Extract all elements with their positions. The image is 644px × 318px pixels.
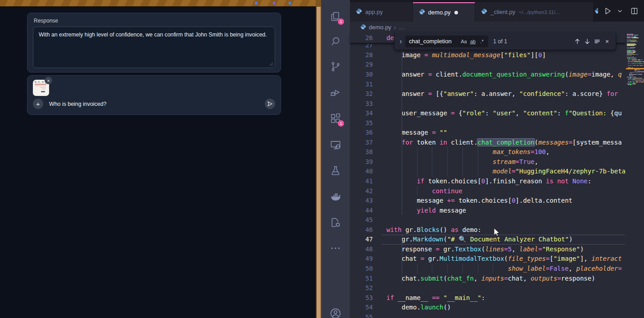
regex-toggle[interactable]: .*: [477, 37, 486, 46]
more-icon[interactable]: [330, 242, 341, 254]
explorer-icon[interactable]: 1: [330, 11, 341, 23]
remote-explorer-icon[interactable]: [330, 139, 341, 151]
code-line[interactable]: 51 chat.submit(chat_fn, inputs=chat, out…: [350, 274, 625, 284]
source-control-icon[interactable]: [330, 61, 341, 73]
code-line[interactable]: 33: [350, 99, 625, 109]
code-line[interactable]: 54 demo.launch(): [350, 303, 625, 313]
line-number: 35: [350, 118, 373, 128]
desktop: Response With an extremely high level of…: [0, 0, 644, 318]
account-icon[interactable]: [330, 308, 341, 318]
modified-dot-icon[interactable]: [454, 11, 458, 14]
code-line[interactable]: 31: [350, 80, 625, 90]
line-number: 28: [350, 50, 373, 60]
tab-demo.py[interactable]: demo.py: [413, 2, 476, 22]
line-number: 44: [350, 206, 373, 216]
run-dropdown-button[interactable]: [617, 9, 622, 14]
breadcrumb[interactable]: demo.py › …: [350, 22, 644, 33]
search-icon[interactable]: [330, 36, 341, 47]
bookmark-favicon[interactable]: [255, 2, 257, 5]
whole-word-toggle[interactable]: ab: [468, 37, 477, 46]
breadcrumb-file[interactable]: demo.py: [369, 24, 391, 31]
split-editor-button[interactable]: [630, 7, 638, 15]
add-attachment-button[interactable]: +: [33, 99, 43, 109]
code-line[interactable]: 42 continue: [350, 186, 625, 196]
response-textarea[interactable]: With an extremely high level of confiden…: [33, 27, 275, 68]
tab-app.py[interactable]: app.py: [350, 2, 413, 22]
testing-icon[interactable]: [330, 165, 341, 177]
response-text: With an extremely high level of confiden…: [39, 32, 267, 38]
remove-attachment-button[interactable]: ×: [45, 77, 52, 84]
code-line[interactable]: 55: [350, 313, 625, 318]
code-line[interactable]: 28 image = multimodal_message["files"][0…: [350, 50, 625, 60]
docker-icon[interactable]: [330, 191, 341, 203]
python-file-icon: [594, 8, 598, 14]
python-file-icon: [481, 8, 487, 14]
current-line-highlight: [381, 235, 625, 245]
line-number: 52: [350, 283, 373, 293]
find-widget: › chat_completion Aa ab .* 1 of 1: [394, 33, 616, 50]
code-line[interactable]: 29: [350, 60, 625, 70]
code-editor[interactable]: 2728 image = multimodal_message["files"]…: [350, 33, 644, 318]
line-number: 32: [350, 89, 373, 99]
find-close-button[interactable]: ×: [602, 36, 612, 46]
badge: 1: [338, 18, 344, 25]
code-line[interactable]: 34 user_message = {"role": "user", "cont…: [350, 109, 625, 118]
code-line[interactable]: 48 response = gr.Textbox(lines=5, label=…: [350, 245, 625, 254]
code-line[interactable]: 38 max_tokens=100,: [350, 147, 625, 157]
send-button[interactable]: [265, 99, 275, 109]
python-file-icon: [419, 9, 425, 16]
desktop-wallpaper-strip: [316, 0, 321, 318]
browser-bookmarks-bar[interactable]: [0, 0, 316, 7]
resize-handle-icon[interactable]: [269, 62, 273, 66]
code-line[interactable]: 37 for token in client.chat_completion(m…: [350, 138, 625, 148]
tab-bar: app.py demo.py _client.py~/.../python3.1…: [350, 0, 644, 22]
breadcrumb-separator: ›: [394, 24, 396, 31]
line-number: 38: [350, 147, 373, 157]
python-file-icon: [594, 8, 598, 14]
run-python-file-button[interactable]: [603, 7, 612, 15]
code-line[interactable]: 52: [350, 283, 625, 293]
python-file-icon: [356, 8, 362, 14]
code-line[interactable]: 40 model="HuggingFaceH4/zephyr-7b-beta: [350, 167, 625, 177]
code-line[interactable]: 41 if token.choices[0].finish_reason is …: [350, 177, 625, 186]
find-previous-button[interactable]: [572, 36, 582, 46]
line-number: 37: [350, 138, 373, 148]
match-case-toggle[interactable]: Aa: [459, 37, 468, 46]
python-file-icon: [360, 24, 366, 30]
minimap-line: [627, 59, 643, 60]
code-line[interactable]: 43 message += token.choices[0].delta.con…: [350, 196, 625, 206]
minimap-line: [627, 48, 635, 49]
code-line[interactable]: 39 stream=True,: [350, 157, 625, 167]
response-label: Response: [27, 13, 281, 26]
badge: 1: [338, 120, 344, 127]
code-line[interactable]: 53if __name__ == "__main__":: [350, 293, 625, 303]
extensions-icon[interactable]: 1: [330, 113, 341, 124]
minimap-line: [627, 65, 644, 66]
chat-message-input[interactable]: Who is being invoiced?: [49, 101, 265, 107]
find-in-selection-button[interactable]: [592, 36, 602, 46]
code-line[interactable]: 30 answer = client.document_question_ans…: [350, 70, 625, 80]
file-settings-icon[interactable]: [330, 217, 341, 228]
chat-input-row: + Who is being invoiced?: [33, 98, 275, 109]
find-next-button[interactable]: [582, 36, 592, 46]
find-query-text[interactable]: chat_completion: [409, 38, 459, 45]
minimap[interactable]: [626, 33, 644, 318]
code-line[interactable]: 44 yield message: [350, 206, 625, 216]
code-line[interactable]: 45: [350, 215, 625, 225]
code-line[interactable]: 49 chat = gr.MultimodalTextbox(file_type…: [350, 254, 625, 264]
code-line[interactable]: 35: [350, 118, 625, 128]
bookmark-favicon[interactable]: [289, 2, 291, 5]
code-line[interactable]: 50 show_label=False, placeholder=: [350, 264, 625, 274]
tab-_client.py[interactable]: _client.py~/.../python3.11/...: [475, 2, 594, 22]
bookmark-favicon[interactable]: [273, 2, 275, 5]
minimap-line: [627, 45, 635, 46]
find-input[interactable]: chat_completion Aa ab .*: [405, 36, 488, 47]
find-expand-toggle-icon[interactable]: ›: [396, 37, 405, 45]
breadcrumb-symbol[interactable]: …: [399, 24, 404, 31]
line-number: 43: [350, 196, 373, 206]
code-line[interactable]: 32 answer = [{"answer": a.answer, "confi…: [350, 89, 625, 99]
run-debug-icon[interactable]: [330, 86, 341, 98]
arrow-down-icon: [584, 38, 590, 45]
code-line[interactable]: 46with gr.Blocks() as demo:: [350, 225, 625, 235]
code-line[interactable]: 36 message = "": [350, 128, 625, 138]
